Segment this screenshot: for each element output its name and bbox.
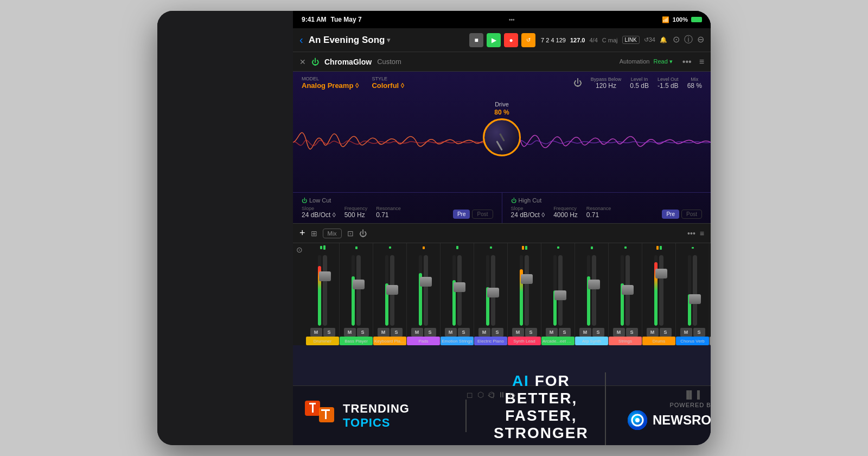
fader-track-epiano[interactable] [491,255,495,326]
low-res-val[interactable]: 0.71 [376,211,401,219]
solo-emotion[interactable]: S [458,328,470,337]
nav-icon-2[interactable]: ⓘ [684,34,693,46]
low-pre-btn[interactable]: Pre [453,210,470,219]
high-post-btn[interactable]: Post [681,210,702,219]
high-freq-val[interactable]: 4000 Hz [553,211,578,219]
fader-thumb-strings[interactable] [622,285,634,295]
plugin-close[interactable]: ✕ [299,58,306,66]
mute-pads[interactable]: M [411,328,423,337]
fader-thumb-drums[interactable] [655,269,667,278]
solo-pads[interactable]: S [424,328,436,337]
mix-value[interactable]: 68 % [687,82,702,90]
plugin-lines[interactable]: ≡ [699,57,704,67]
high-slope-val[interactable]: 24 dB/Oct ◊ [511,211,545,219]
high-cut-power[interactable]: ⏻ [511,198,516,204]
nav-icon-3[interactable]: ⊖ [697,34,704,46]
mute-strings[interactable]: M [613,328,625,337]
link-label[interactable]: LINK [622,36,640,44]
mute-drummer[interactable]: M [310,328,322,337]
fader-thumb-synth[interactable] [521,274,533,284]
mute-chorus[interactable]: M [680,328,692,337]
transport-info: 7 2 4 129 127.0 4/4 C maj LINK ↺34 🔔 [541,36,667,44]
metronome-icon[interactable]: 🔔 [660,36,667,43]
back-button[interactable]: ‹ [299,34,303,46]
high-pre-btn[interactable]: Pre [662,210,679,219]
mix-button[interactable]: Mix [323,229,342,238]
solo-strings[interactable]: S [626,328,638,337]
record-button[interactable]: ● [504,33,518,47]
fader-thumb-emotion[interactable] [454,282,465,292]
mute-arcade[interactable]: M [546,328,558,337]
mute-epiano[interactable]: M [478,328,490,337]
nav-icon-1[interactable]: ⊙ [673,34,680,46]
trending-ctrl-1[interactable]: ◻ [467,390,473,399]
solo-arcade[interactable]: S [559,328,571,337]
solo-arp[interactable]: S [592,328,604,337]
solo-chorus[interactable]: S [693,328,705,337]
fader-thumb-chorus[interactable] [689,294,701,304]
bypass-value[interactable]: 120 Hz [596,82,616,90]
fader-track-bass[interactable] [356,255,361,326]
fader-track-strings[interactable] [626,255,630,326]
mixer-copy-icon[interactable]: ⊡ [347,229,354,238]
solo-drums[interactable]: S [660,328,672,337]
fader-track-pads[interactable] [424,255,428,326]
fader-thumb-pads[interactable] [420,277,432,287]
automation-mode[interactable]: Read ▾ [653,58,672,65]
fader-track-synth[interactable] [525,255,529,326]
fader-thumb-bass[interactable] [353,280,365,289]
mute-bass[interactable]: M [344,328,356,337]
drive-knob[interactable] [483,118,521,156]
level-in-value[interactable]: 0.5 dB [630,82,649,90]
trending-bars-icon[interactable]: ▐▌▐ [684,390,700,399]
fader-thumb-arcade[interactable] [554,290,566,300]
fader-track-keyboard[interactable] [390,255,394,326]
fader-thumb-epiano[interactable] [487,288,499,297]
style-value[interactable]: Colorful ◊ [372,81,404,90]
mixer-dots[interactable]: ••• [687,229,695,238]
low-slope-val[interactable]: 24 dB/Oct ◊ [302,211,336,219]
stop-button[interactable]: ■ [469,33,483,47]
fader-thumb-arp[interactable] [588,280,600,289]
mute-drums[interactable]: M [647,328,659,337]
trending-next[interactable]: ▷ [510,390,516,399]
loop-button[interactable]: ↺ [521,33,535,47]
plugin-more-button[interactable]: ••• [682,57,692,67]
mixer-power-icon[interactable]: ⏻ [359,229,367,238]
mute-emotion[interactable]: M [445,328,457,337]
solo-epiano[interactable]: S [492,328,503,337]
model-value[interactable]: Analog Preamp ◊ [302,81,359,90]
trending-prev[interactable]: ◁ [488,390,494,399]
low-freq-val[interactable]: 500 Hz [344,211,368,219]
play-button[interactable]: ▶ [487,33,501,47]
solo-keyboard[interactable]: S [391,328,403,337]
mixer-sliders-icon[interactable]: ⊞ [311,229,317,238]
fader-track-chorus[interactable] [693,255,697,326]
record-arm-icon[interactable]: ⊙ [296,245,303,254]
fader-track-drummer[interactable] [323,255,327,326]
mute-synth[interactable]: M [512,328,524,337]
level-out-value[interactable]: -1.5 dB [658,82,679,90]
high-res-val[interactable]: 0.71 [586,211,611,219]
title-dropdown[interactable]: ▾ [387,36,390,44]
solo-drummer[interactable]: S [323,328,335,337]
trending-ctrl-2[interactable]: ⬡ [477,390,484,399]
bypass-power[interactable]: ⏻ [573,78,582,88]
add-track-button[interactable]: + [299,227,305,239]
fader-track-drums[interactable] [659,255,663,326]
fader-thumb-keyboard[interactable] [386,285,398,295]
trending-pause[interactable]: ⏸ [498,390,506,399]
solo-bass[interactable]: S [357,328,369,337]
fader-track-arcade[interactable] [558,255,563,326]
count-label[interactable]: ↺34 [644,36,655,43]
mute-keyboard[interactable]: M [378,328,390,337]
solo-synth[interactable]: S [525,328,537,337]
plugin-power[interactable]: ⏻ [311,58,319,66]
low-post-btn[interactable]: Post [472,210,493,219]
low-cut-power[interactable]: ⏻ [302,198,307,204]
fader-track-emotion[interactable] [457,255,462,326]
fader-thumb-drummer[interactable] [319,271,331,281]
fader-track-arp[interactable] [592,255,596,326]
mixer-lines[interactable]: ≡ [700,229,704,238]
mute-arp[interactable]: M [579,328,591,337]
